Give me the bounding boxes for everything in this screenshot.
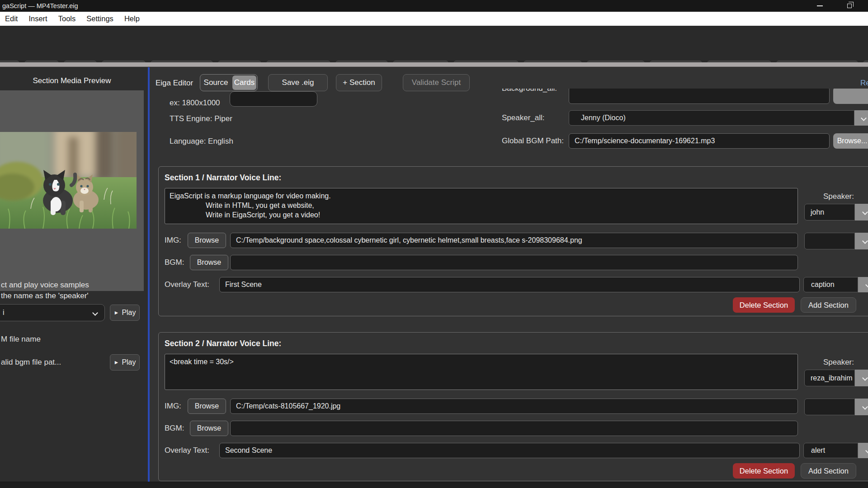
resolution-input[interactable] xyxy=(230,91,317,107)
chevron-down-icon xyxy=(861,115,867,121)
overlay-text-input[interactable]: First Scene xyxy=(219,277,800,292)
restore-icon xyxy=(847,4,852,8)
speaker-dropdown-arrow[interactable] xyxy=(855,370,868,386)
window-title: gaScript — MP4Tester.eig xyxy=(2,2,78,9)
minimize-icon xyxy=(817,5,823,6)
bottom-scrollbar-area[interactable] xyxy=(0,482,868,488)
chevron-down-icon xyxy=(93,311,97,315)
bgm-label: BGM: xyxy=(165,424,184,433)
global-bgm-path-input[interactable]: C:/Temp/science-documentary-169621.mp3 xyxy=(569,133,830,149)
play-voice-button[interactable]: ► Play xyxy=(110,305,140,321)
chevron-down-icon xyxy=(862,238,868,244)
toolbar: ew Open Save Save as Find/Replace Previe… xyxy=(0,26,868,62)
speaker-select[interactable]: john xyxy=(804,204,855,221)
global-bgm-browse-button[interactable]: Browse... xyxy=(833,133,868,149)
menu-item-help[interactable]: Help xyxy=(124,14,140,23)
img-label: IMG: xyxy=(165,402,181,411)
horizontal-scrollbar[interactable] xyxy=(0,62,868,67)
resolution-hint-label: ex: 1800x1000 xyxy=(170,99,220,108)
menu-bar: Edit Insert Tools Settings Help xyxy=(0,12,868,26)
speaker-label: Speaker: xyxy=(791,358,854,367)
menu-item-insert[interactable]: Insert xyxy=(28,14,47,23)
speaker-all-dropdown-arrow[interactable] xyxy=(854,110,868,126)
add-section-button[interactable]: Add Section xyxy=(801,463,856,479)
section-title: Section 2 / Narrator Voice Line: xyxy=(165,339,281,348)
voice-sample-hint-line2: the name as the 'speaker' xyxy=(1,291,89,301)
img-type-select[interactable] xyxy=(804,233,855,249)
add-section-button[interactable]: Add Section xyxy=(801,297,856,313)
play-bgm-label: Play xyxy=(122,358,136,366)
img-type-dropdown-arrow[interactable] xyxy=(855,399,868,415)
overlay-text-label: Overlay Text: xyxy=(165,280,209,289)
narrator-voice-textarea[interactable]: EigaScript is a markup language for vide… xyxy=(165,188,798,224)
app-window: gaScript — MP4Tester.eig Edit Insert Too… xyxy=(0,0,868,488)
delete-section-button[interactable]: Delete Section xyxy=(733,297,795,313)
bgm-label: BGM: xyxy=(165,258,184,267)
chevron-down-icon xyxy=(865,448,868,454)
menu-item-settings[interactable]: Settings xyxy=(86,14,113,23)
chevron-down-icon xyxy=(862,404,868,410)
bgm-file-name-label: M file name xyxy=(1,335,41,344)
voice-sample-hint: ct and play voice samples the name as th… xyxy=(1,280,89,301)
overlay-type-dropdown-arrow[interactable] xyxy=(858,443,868,458)
tab-cards[interactable]: Cards xyxy=(232,75,256,90)
img-label: IMG: xyxy=(165,236,181,245)
chevron-down-icon xyxy=(865,282,868,288)
minimize-button[interactable] xyxy=(809,0,830,12)
global-bgm-path-label: Global BGM Path: xyxy=(502,136,564,145)
play-icon: ► xyxy=(113,359,119,366)
menu-item-tools[interactable]: Tools xyxy=(58,14,76,23)
render-link-partial[interactable]: Re xyxy=(860,79,868,88)
global-settings-form: ex: 1800x1000 Background_all: TTS Engine… xyxy=(150,89,868,157)
overlay-text-input[interactable]: Second Scene xyxy=(219,443,800,458)
sidebar: Section Media Preview xyxy=(0,67,148,482)
speaker-select[interactable]: reza_ibrahim xyxy=(804,370,855,386)
play-icon: ► xyxy=(113,310,119,316)
bgm-browse-button[interactable]: Browse xyxy=(190,421,228,436)
background-all-input[interactable] xyxy=(569,89,830,104)
bgm-path-input[interactable] xyxy=(230,421,798,436)
tts-engine-label: TTS Engine: Piper xyxy=(170,114,232,123)
section-media-preview-title: Section Media Preview xyxy=(0,76,144,85)
img-path-input[interactable]: C:/Temp/cats-8105667_1920.jpg xyxy=(230,399,798,414)
voice-select-value: i xyxy=(3,309,5,316)
editor-title: Eiga Editor xyxy=(156,79,193,88)
overlay-type-select[interactable]: caption xyxy=(803,277,858,292)
kittens-photo xyxy=(0,132,137,229)
speaker-all-select[interactable]: Jenny (Dioco) xyxy=(569,110,854,126)
section-card-2: Section 2 / Narrator Voice Line: <break … xyxy=(158,332,868,481)
speaker-all-label: Speaker_all: xyxy=(502,113,545,122)
overlay-type-dropdown-arrow[interactable] xyxy=(858,277,868,292)
chevron-down-icon xyxy=(862,209,868,215)
img-path-input[interactable]: C:/Temp/background space,colossal cybern… xyxy=(230,233,798,248)
voice-select[interactable]: i xyxy=(0,304,105,321)
section-media-preview-panel xyxy=(0,90,144,291)
img-browse-button[interactable]: Browse xyxy=(188,233,226,248)
img-type-select[interactable] xyxy=(804,399,855,415)
img-browse-button[interactable]: Browse xyxy=(188,399,226,414)
chevron-down-icon xyxy=(862,375,868,381)
menu-item-edit[interactable]: Edit xyxy=(5,14,18,23)
window-titlebar: gaScript — MP4Tester.eig xyxy=(0,0,868,12)
language-label: Language: English xyxy=(170,137,233,146)
bgm-file-path-text: alid bgm file pat... xyxy=(1,358,61,367)
overlay-text-label: Overlay Text: xyxy=(165,446,209,455)
eiga-editor-panel: Eiga Editor Source Cards Save .eig + Sec… xyxy=(150,67,868,482)
play-voice-label: Play xyxy=(122,309,136,317)
background-all-browse-button[interactable] xyxy=(833,89,868,104)
speaker-dropdown-arrow[interactable] xyxy=(855,204,868,221)
img-type-dropdown-arrow[interactable] xyxy=(855,233,868,249)
restore-button[interactable] xyxy=(839,0,860,12)
delete-section-button[interactable]: Delete Section xyxy=(733,463,795,479)
bgm-browse-button[interactable]: Browse xyxy=(190,255,228,270)
bgm-path-input[interactable] xyxy=(230,255,798,270)
speaker-label: Speaker: xyxy=(791,192,854,201)
background-all-label: Background_all: xyxy=(502,89,557,93)
section-title: Section 1 / Narrator Voice Line: xyxy=(165,173,281,183)
voice-sample-hint-line1: ct and play voice samples xyxy=(1,280,89,291)
play-bgm-button[interactable]: ► Play xyxy=(110,354,140,371)
section-card-1: Section 1 / Narrator Voice Line: EigaScr… xyxy=(158,166,868,316)
overlay-type-select[interactable]: alert xyxy=(803,443,858,458)
narrator-voice-textarea[interactable]: <break time = 30s/> xyxy=(165,354,798,390)
